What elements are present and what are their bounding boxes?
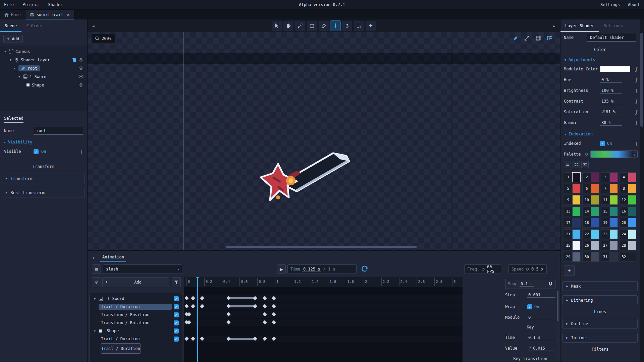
filter-tracks-button[interactable] bbox=[172, 277, 181, 287]
palette-swatch[interactable] bbox=[609, 195, 618, 205]
keyframe-toggle-icon[interactable]: ʃ bbox=[635, 110, 638, 115]
palette-color-29[interactable]: 29 bbox=[564, 252, 581, 262]
palette-swatch[interactable] bbox=[572, 218, 581, 228]
timeline-track-row-3[interactable] bbox=[184, 319, 463, 326]
palette-swatch[interactable] bbox=[628, 218, 636, 228]
add-track-button[interactable]: + Add bbox=[102, 277, 169, 287]
expander-icon[interactable]: ▾ bbox=[3, 50, 7, 53]
palette-swatch[interactable] bbox=[628, 252, 636, 262]
palette-color-8[interactable]: 8 bbox=[620, 184, 636, 193]
palette-grid-add-button[interactable] bbox=[573, 161, 580, 168]
palette-swatch[interactable] bbox=[628, 195, 636, 205]
tab-home[interactable]: Home bbox=[0, 10, 25, 19]
expander-icon[interactable]: ▾ bbox=[93, 297, 97, 301]
palette-swatch[interactable] bbox=[591, 229, 599, 239]
trash-icon[interactable] bbox=[72, 58, 76, 62]
step-input[interactable]: 0.001 bbox=[527, 293, 555, 298]
palette-color-9[interactable]: 9 bbox=[564, 195, 581, 205]
keyframe[interactable] bbox=[263, 304, 267, 308]
track-enabled-checkbox[interactable] bbox=[174, 337, 179, 342]
palette-color-17[interactable]: 17 bbox=[564, 218, 581, 228]
track-shape-trail-duration[interactable]: Trail / Duration bbox=[90, 335, 182, 343]
palette-swatch[interactable] bbox=[572, 184, 581, 193]
transform-fold[interactable]: ▸ Transform bbox=[2, 174, 85, 183]
palette-color-4[interactable]: 4 bbox=[620, 172, 636, 182]
palette-swatch[interactable] bbox=[591, 252, 599, 262]
palette-swatch[interactable] bbox=[591, 241, 599, 250]
track-enabled-checkbox[interactable] bbox=[174, 304, 179, 309]
keyframe[interactable] bbox=[272, 320, 276, 324]
eye-icon[interactable] bbox=[78, 83, 84, 87]
rest-transform-fold[interactable]: ▸ Rest transform bbox=[2, 188, 85, 197]
palette-color-11[interactable]: 11 bbox=[601, 195, 618, 205]
keyframe-toggle-icon[interactable]: ʃ bbox=[635, 77, 638, 82]
track-trail-duration[interactable]: Trail / Duration bbox=[90, 303, 182, 311]
modulo-input[interactable]: 0 bbox=[527, 315, 555, 320]
keyframe[interactable] bbox=[226, 312, 231, 316]
keyframe-toggle-icon[interactable]: ʃ bbox=[80, 149, 83, 154]
puppet-tool[interactable] bbox=[342, 21, 352, 31]
palette-color-26[interactable]: 26 bbox=[582, 241, 599, 250]
palette-color-1[interactable]: 1 bbox=[564, 172, 581, 182]
outline-fold[interactable]: ▸ Outline bbox=[562, 319, 638, 328]
expander-icon[interactable]: ▾ bbox=[13, 66, 16, 70]
sword-trail-tool[interactable] bbox=[330, 21, 340, 31]
eye-icon[interactable] bbox=[78, 66, 84, 70]
keyframe[interactable] bbox=[191, 304, 195, 308]
grid-toggle-icon[interactable] bbox=[534, 34, 542, 42]
eye-icon[interactable] bbox=[78, 58, 84, 62]
track-group-shape[interactable]: ▾ Shape bbox=[90, 327, 182, 335]
paint-mode-icon[interactable] bbox=[512, 34, 520, 42]
palette-swatch[interactable] bbox=[628, 241, 636, 250]
palette-swatch[interactable] bbox=[572, 195, 581, 205]
palette-color-10[interactable]: 10 bbox=[582, 195, 599, 205]
palette-color-32[interactable]: 32 bbox=[620, 252, 636, 262]
palette-color-2[interactable]: 2 bbox=[582, 172, 599, 182]
keyframe[interactable] bbox=[263, 320, 267, 324]
track-group-1-sword[interactable]: ▾ 1-Sword bbox=[90, 295, 182, 303]
eye-icon[interactable] bbox=[78, 75, 84, 78]
keyframe-toggle-icon[interactable]: ʃ bbox=[635, 99, 638, 104]
keyframe[interactable] bbox=[200, 296, 204, 300]
palette-swatch[interactable] bbox=[609, 218, 618, 228]
select-tool[interactable] bbox=[272, 21, 282, 31]
keyframe[interactable] bbox=[191, 296, 195, 300]
palette-color-28[interactable]: 28 bbox=[620, 241, 636, 250]
palette-swatch[interactable] bbox=[591, 218, 599, 228]
palette-color-13[interactable]: 13 bbox=[564, 206, 581, 216]
palette-swatch[interactable] bbox=[591, 184, 599, 193]
add-keyframe-button[interactable] bbox=[92, 277, 101, 287]
keyframe[interactable] bbox=[263, 296, 267, 300]
keyframe[interactable] bbox=[184, 296, 189, 300]
track-enabled-checkbox[interactable] bbox=[174, 328, 179, 334]
keyframe[interactable] bbox=[191, 337, 195, 341]
palette-color-23[interactable]: 23 bbox=[601, 229, 618, 239]
palette-color-20[interactable]: 20 bbox=[620, 218, 636, 228]
effects-tool[interactable] bbox=[366, 21, 376, 31]
keyframe[interactable] bbox=[226, 320, 231, 324]
palette-swatch[interactable] bbox=[572, 229, 581, 239]
layout-icon[interactable] bbox=[546, 34, 554, 42]
tree-node-root[interactable]: ▾ root bbox=[0, 64, 87, 72]
palette-swatch[interactable] bbox=[628, 206, 636, 216]
collapse-left-panel-icon[interactable]: ◂ bbox=[92, 23, 95, 28]
palette-swatch[interactable] bbox=[609, 172, 618, 182]
time-input[interactable]: 0.125 s bbox=[302, 267, 321, 272]
palette-swatch[interactable] bbox=[628, 229, 636, 239]
menu-item-file[interactable]: File bbox=[4, 2, 14, 7]
tab-layer-shader[interactable]: Layer Shader bbox=[560, 19, 599, 32]
palette-color-15[interactable]: 15 bbox=[601, 206, 618, 216]
tree-node-canvas[interactable]: ▾ Canvas bbox=[0, 47, 87, 56]
zoom-indicator[interactable]: 200% bbox=[92, 34, 115, 43]
palette-swatch[interactable] bbox=[572, 252, 581, 262]
keyframe[interactable] bbox=[253, 296, 257, 300]
key-props-scrollbar[interactable] bbox=[557, 291, 558, 362]
canvas-horizontal-scrollbar[interactable] bbox=[226, 246, 417, 248]
menu-item-settings[interactable]: Settings bbox=[600, 2, 620, 7]
node-tool[interactable] bbox=[295, 21, 305, 31]
indexation-section-header[interactable]: ▾ Indexation bbox=[560, 128, 640, 138]
palette-swatch[interactable] bbox=[572, 172, 581, 182]
right-panel-scrollbar[interactable] bbox=[640, 19, 644, 362]
key-time-input[interactable]: 0.1 s bbox=[527, 335, 555, 340]
track-enabled-checkbox[interactable] bbox=[174, 312, 179, 317]
